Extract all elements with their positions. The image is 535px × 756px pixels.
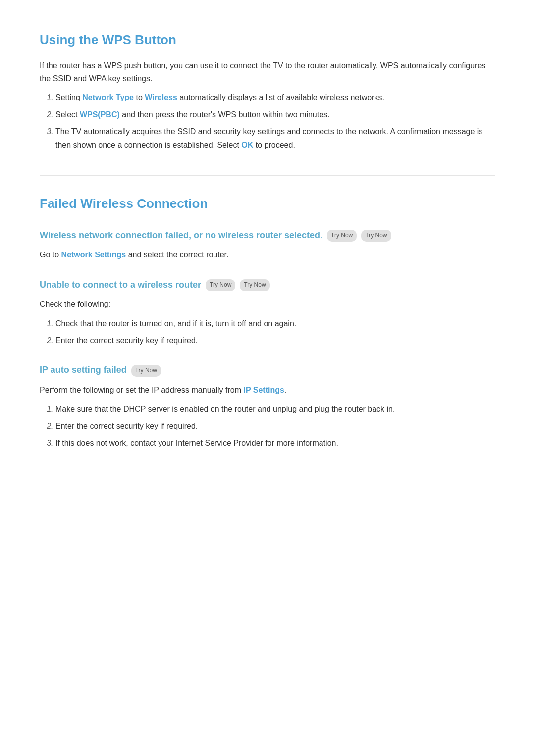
wps-step-3: The TV automatically acquires the SSID a… [55, 125, 495, 151]
ip-failed-subsection: IP auto setting failed Try Now Perform t… [40, 363, 495, 450]
failed-wireless-title: Failed Wireless Connection [40, 194, 495, 214]
try-now-badge-1a[interactable]: Try Now [327, 230, 357, 242]
wps-pbc-link[interactable]: WPS(PBC) [80, 110, 120, 119]
unable-connect-intro: Check the following: [40, 298, 495, 311]
ip-failed-step-3: If this does not work, contact your Inte… [55, 437, 495, 450]
unable-connect-steps: Check that the router is turned on, and … [40, 317, 495, 348]
wps-steps-list: Setting Network Type to Wireless automat… [40, 91, 495, 151]
ip-failed-steps: Make sure that the DHCP server is enable… [40, 403, 495, 450]
no-router-subtitle-text: Wireless network connection failed, or n… [40, 230, 322, 240]
network-type-link[interactable]: Network Type [82, 93, 134, 101]
try-now-badge-2a[interactable]: Try Now [206, 279, 235, 291]
no-router-subtitle: Wireless network connection failed, or n… [40, 228, 495, 243]
try-now-badge-1b[interactable]: Try Now [361, 230, 391, 242]
wps-title: Using the WPS Button [40, 30, 495, 50]
no-router-subsection: Wireless network connection failed, or n… [40, 228, 495, 262]
ok-link[interactable]: OK [241, 141, 253, 149]
unable-connect-subtitle-text: Unable to connect to a wireless router [40, 280, 201, 290]
ip-settings-link[interactable]: IP Settings [243, 386, 284, 394]
wps-section: Using the WPS Button If the router has a… [40, 30, 495, 151]
unable-connect-step-1: Check that the router is turned on, and … [55, 317, 495, 330]
failed-wireless-section: Failed Wireless Connection Wireless netw… [40, 194, 495, 450]
ip-failed-intro: Perform the following or set the IP addr… [40, 384, 495, 397]
unable-connect-subtitle: Unable to connect to a wireless router T… [40, 278, 495, 293]
ip-failed-subtitle-text: IP auto setting failed [40, 365, 127, 375]
wireless-link[interactable]: Wireless [145, 93, 177, 101]
try-now-badge-2b[interactable]: Try Now [240, 279, 269, 291]
ip-failed-subtitle: IP auto setting failed Try Now [40, 363, 495, 378]
wps-intro: If the router has a WPS push button, you… [40, 59, 495, 86]
network-settings-link[interactable]: Network Settings [61, 251, 126, 259]
wps-step-2: Select WPS(PBC) and then press the route… [55, 108, 495, 121]
unable-connect-subsection: Unable to connect to a wireless router T… [40, 278, 495, 348]
no-router-description: Go to Network Settings and select the co… [40, 249, 495, 261]
ip-failed-step-1: Make sure that the DHCP server is enable… [55, 403, 495, 416]
try-now-badge-3a[interactable]: Try Now [131, 365, 161, 377]
wps-step-1: Setting Network Type to Wireless automat… [55, 91, 495, 104]
ip-failed-step-2: Enter the correct security key if requir… [55, 420, 495, 433]
section-divider [40, 175, 495, 176]
unable-connect-step-2: Enter the correct security key if requir… [55, 334, 495, 347]
